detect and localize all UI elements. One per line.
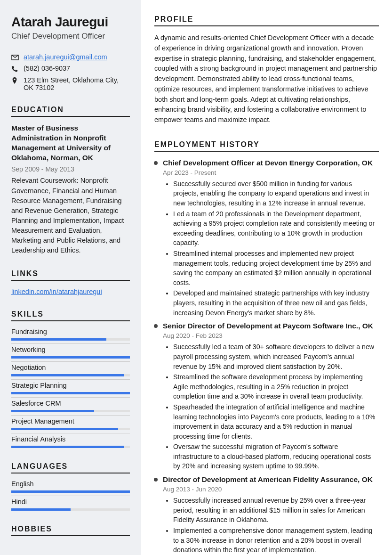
job-bullet: Developed and maintained strategic partn… [173,288,379,318]
job-bullet: Streamlined the software development pro… [173,372,379,401]
skill-label: Project Management [11,415,130,428]
job-bullets: Successfully led a team of 30+ software … [163,342,379,471]
skill-bar [11,428,130,430]
skill-label: Strategic Planning [11,379,130,392]
education-degree: Master of Business Administration in Non… [11,123,130,163]
employment-timeline: Chief Development Officer at Devon Energ… [154,158,379,555]
job-title: Senior Director of Development at Paycom… [163,321,379,331]
job-bullet: Led a team of 20 professionals in the De… [173,209,379,248]
skill-item: Financial Analysis [11,433,130,448]
education-heading: Education [11,106,130,117]
job-dates: Aug 2013 - Jun 2020 [163,486,379,493]
email-icon [11,54,19,62]
skill-bar [11,356,130,359]
education-coursework: Relevant Coursework: Nonprofit Governanc… [11,176,130,255]
profile-heading: Profile [154,15,379,26]
job-bullet: Successfully led a team of 30+ software … [173,342,379,371]
sidebar: Atarah Jauregui Chief Development Office… [0,0,141,555]
job-bullets: Successfully secured over $500 million i… [163,179,379,318]
skills-heading: Skills [11,310,130,321]
skill-bar-fill [11,338,106,341]
languages-list: EnglishHindi [11,480,130,511]
skill-bar [11,392,130,394]
job-bullet: Implemented a comprehensive donor manage… [173,526,379,555]
skill-bar-fill [11,490,130,493]
skill-label: Hindi [11,496,130,508]
person-title: Chief Development Officer [11,32,130,41]
linkedin-link[interactable]: linkedin.com/in/atarahjauregui [11,288,102,295]
main-column: Profile A dynamic and results-oriented C… [141,0,392,555]
languages-heading: Languages [11,462,130,473]
skill-bar [11,508,130,511]
skill-label: Salesforce CRM [11,397,130,410]
links-heading: Links [11,269,130,281]
skill-bar [11,410,130,412]
job-bullet: Oversaw the successful migration of Payc… [173,442,379,471]
job-bullet: Successfully increased annual revenue by… [173,496,379,525]
profile-text: A dynamic and results-oriented Chief Dev… [154,33,379,125]
contact-phone-row: (582) 036-9037 [11,65,130,73]
skill-bar-fill [11,446,124,448]
skill-item: Negotiation [11,361,130,376]
skill-bar-fill [11,356,130,359]
skill-item: Networking [11,343,130,359]
phone-icon [11,65,19,73]
skill-bar-fill [11,410,94,412]
skill-item: English [11,480,130,493]
job-dates: Apr 2023 - Present [163,169,379,176]
skill-item: Strategic Planning [11,379,130,394]
job-entry: Director of Development at American Fide… [163,475,379,555]
contact-email[interactable]: atarah.jauregui@gmail.com [24,53,107,61]
contact-phone: (582) 036-9037 [24,65,70,72]
job-dates: Aug 2020 - Feb 2023 [163,332,379,339]
skill-bar [11,374,130,376]
person-name: Atarah Jauregui [11,15,130,30]
job-bullets: Successfully increased annual revenue by… [163,496,379,555]
skill-bar-fill [11,508,71,511]
skill-bar [11,490,130,493]
job-title: Director of Development at American Fide… [163,475,379,484]
skill-bar-fill [11,428,118,430]
job-entry: Chief Development Officer at Devon Energ… [163,158,379,318]
contact-address: 123 Elm Street, Oklahoma City, OK 73102 [24,76,130,91]
skill-label: Financial Analysis [11,433,130,446]
contact-email-row: atarah.jauregui@gmail.com [11,53,130,62]
employment-heading: Employment History [154,140,379,152]
job-bullet: Streamlined internal processes and imple… [173,249,379,287]
skill-item: Salesforce CRM [11,397,130,412]
job-bullet: Successfully secured over $500 million i… [173,179,379,208]
skill-label: English [11,480,130,490]
job-entry: Senior Director of Development at Paycom… [163,321,379,471]
skill-bar-fill [11,392,130,394]
hobbies-heading: Hobbies [11,525,130,536]
skill-label: Fundraising [11,328,130,338]
skill-item: Fundraising [11,328,130,341]
skill-bar [11,446,130,448]
job-bullet: Spearheaded the integration of artificia… [173,402,379,441]
skills-list: FundraisingNetworkingNegotiationStrategi… [11,328,130,448]
contact-address-row: 123 Elm Street, Oklahoma City, OK 73102 [11,76,130,91]
skill-item: Project Management [11,415,130,430]
skill-label: Negotiation [11,361,130,374]
education-dates: Sep 2009 - May 2013 [11,165,130,173]
skill-label: Networking [11,343,130,356]
skill-item: Hindi [11,496,130,511]
skill-bar-fill [11,374,124,376]
job-title: Chief Development Officer at Devon Energ… [163,158,379,168]
skill-bar [11,338,130,341]
location-icon [11,77,19,85]
